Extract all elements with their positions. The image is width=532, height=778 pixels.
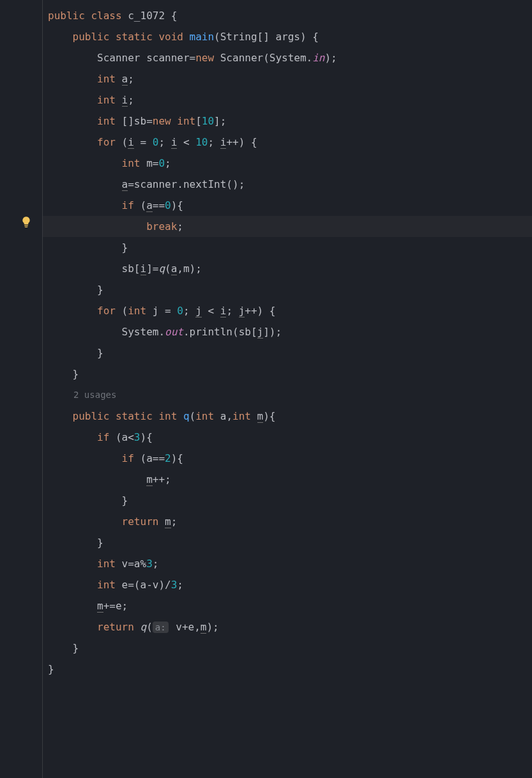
code-line-highlighted[interactable]: break; [43, 216, 532, 237]
editor-gutter [0, 0, 40, 778]
code-line[interactable]: } [43, 363, 532, 385]
code-line[interactable]: } [43, 279, 532, 300]
code-line[interactable]: if (a<3){ [43, 427, 532, 448]
code-line[interactable]: int m=0; [43, 153, 532, 174]
code-line[interactable]: int v=a%3; [43, 553, 532, 574]
code-line[interactable]: if (a==0){ [43, 195, 532, 216]
code-line[interactable]: int []sb=new int[10]; [43, 111, 532, 132]
code-line[interactable]: } [43, 490, 532, 511]
svg-rect-1 [25, 227, 28, 227]
code-line[interactable]: sb[i]=q(a,m); [43, 258, 532, 279]
code-line[interactable]: m+=e; [43, 595, 532, 616]
code-line[interactable]: if (a==2){ [43, 448, 532, 469]
svg-rect-0 [24, 225, 28, 226]
code-line[interactable]: m++; [43, 469, 532, 490]
code-line[interactable]: System.out.println(sb[j]); [43, 321, 532, 342]
code-line[interactable]: return m; [43, 511, 532, 532]
code-line[interactable]: int e=(a-v)/3; [43, 574, 532, 595]
code-line[interactable]: Scanner scanner=new Scanner(System.in); [43, 47, 532, 68]
code-line[interactable]: public static int q(int a,int m){ [43, 406, 532, 427]
code-line[interactable]: a=scanner.nextInt(); [43, 174, 532, 195]
code-area[interactable]: public class c_1072 { public static void… [42, 0, 532, 778]
code-line[interactable]: } [43, 637, 532, 659]
code-line[interactable]: int i; [43, 89, 532, 111]
code-line[interactable]: } [43, 237, 532, 258]
code-line[interactable]: } [43, 532, 532, 553]
code-line[interactable]: } [43, 659, 532, 680]
code-line[interactable]: int a; [43, 68, 532, 89]
lightbulb-icon[interactable] [20, 216, 32, 227]
code-line[interactable]: for (int j = 0; j < i; j++) { [43, 300, 532, 321]
code-line[interactable]: public class c_1072 { [43, 5, 532, 26]
code-line[interactable]: public static void main(String[] args) { [43, 26, 532, 47]
code-line[interactable]: for (i = 0; i < 10; i++) { [43, 132, 532, 153]
code-line[interactable]: return q(a: v+e,m); [43, 616, 532, 637]
editor-root: public class c_1072 { public static void… [0, 0, 532, 778]
usages-hint[interactable]: 2 usages [43, 385, 532, 406]
param-hint: a: [153, 622, 169, 633]
code-line[interactable]: } [43, 342, 532, 363]
